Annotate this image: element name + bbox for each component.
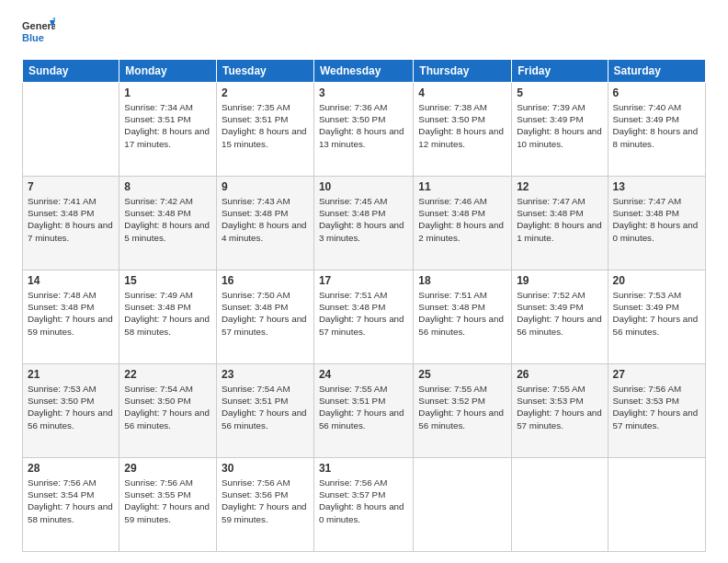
calendar-cell: 11Sunrise: 7:46 AMSunset: 3:48 PMDayligh… <box>414 177 512 270</box>
calendar-cell: 14Sunrise: 7:48 AMSunset: 3:48 PMDayligh… <box>23 270 119 364</box>
calendar-week-row: 21Sunrise: 7:53 AMSunset: 3:50 PMDayligh… <box>23 364 706 458</box>
day-info: Sunrise: 7:55 AMSunset: 3:52 PMDaylight:… <box>418 383 506 431</box>
calendar-cell <box>23 83 119 177</box>
header-tuesday: Tuesday <box>216 60 313 83</box>
day-number: 27 <box>613 368 700 381</box>
day-info: Sunrise: 7:47 AMSunset: 3:48 PMDaylight:… <box>613 195 700 244</box>
calendar-week-row: 28Sunrise: 7:56 AMSunset: 3:54 PMDayligh… <box>23 458 706 552</box>
day-number: 6 <box>613 86 700 99</box>
day-number: 31 <box>319 462 408 475</box>
day-number: 12 <box>517 180 602 193</box>
day-number: 23 <box>222 368 309 381</box>
calendar-cell: 27Sunrise: 7:56 AMSunset: 3:53 PMDayligh… <box>608 364 705 458</box>
calendar-cell: 12Sunrise: 7:47 AMSunset: 3:48 PMDayligh… <box>512 177 608 270</box>
calendar-cell: 4Sunrise: 7:38 AMSunset: 3:50 PMDaylight… <box>414 83 512 177</box>
logo-general-text: General <box>22 20 55 31</box>
calendar-header-row: SundayMondayTuesdayWednesdayThursdayFrid… <box>23 60 706 83</box>
day-number: 3 <box>319 86 408 99</box>
day-info: Sunrise: 7:53 AMSunset: 3:49 PMDaylight:… <box>613 289 700 338</box>
logo-blue-text: Blue <box>22 32 44 43</box>
calendar-cell: 25Sunrise: 7:55 AMSunset: 3:52 PMDayligh… <box>414 364 512 458</box>
page: General Blue SundayMondayTuesdayWednesda… <box>0 0 728 563</box>
calendar-cell: 31Sunrise: 7:56 AMSunset: 3:57 PMDayligh… <box>313 458 413 552</box>
calendar-cell: 19Sunrise: 7:52 AMSunset: 3:49 PMDayligh… <box>512 270 608 364</box>
calendar-cell: 1Sunrise: 7:34 AMSunset: 3:51 PMDaylight… <box>119 83 217 177</box>
calendar-cell: 17Sunrise: 7:51 AMSunset: 3:48 PMDayligh… <box>313 270 413 364</box>
calendar-cell: 2Sunrise: 7:35 AMSunset: 3:51 PMDaylight… <box>216 83 313 177</box>
day-number: 18 <box>418 274 506 287</box>
day-number: 13 <box>613 180 700 193</box>
calendar-cell <box>414 458 512 552</box>
logo-svg: General Blue <box>22 17 55 50</box>
calendar-cell: 3Sunrise: 7:36 AMSunset: 3:50 PMDaylight… <box>313 83 413 177</box>
header-wednesday: Wednesday <box>313 60 413 83</box>
day-number: 16 <box>222 274 309 287</box>
day-info: Sunrise: 7:50 AMSunset: 3:48 PMDaylight:… <box>222 289 309 338</box>
calendar-cell: 7Sunrise: 7:41 AMSunset: 3:48 PMDaylight… <box>23 177 119 270</box>
day-number: 28 <box>28 462 114 475</box>
day-info: Sunrise: 7:51 AMSunset: 3:48 PMDaylight:… <box>319 289 408 338</box>
day-info: Sunrise: 7:54 AMSunset: 3:50 PMDaylight:… <box>124 383 211 431</box>
day-info: Sunrise: 7:55 AMSunset: 3:53 PMDaylight:… <box>517 383 602 431</box>
calendar-table: SundayMondayTuesdayWednesdayThursdayFrid… <box>22 59 706 552</box>
header-saturday: Saturday <box>608 60 705 83</box>
day-info: Sunrise: 7:43 AMSunset: 3:48 PMDaylight:… <box>222 195 309 244</box>
calendar-cell: 30Sunrise: 7:56 AMSunset: 3:56 PMDayligh… <box>216 458 313 552</box>
header-monday: Monday <box>119 60 217 83</box>
day-info: Sunrise: 7:52 AMSunset: 3:49 PMDaylight:… <box>517 289 602 338</box>
day-info: Sunrise: 7:35 AMSunset: 3:51 PMDaylight:… <box>222 101 309 150</box>
day-number: 25 <box>418 368 506 381</box>
day-info: Sunrise: 7:34 AMSunset: 3:51 PMDaylight:… <box>124 101 211 150</box>
calendar-week-row: 1Sunrise: 7:34 AMSunset: 3:51 PMDaylight… <box>23 83 706 177</box>
header: General Blue <box>22 17 706 50</box>
header-sunday: Sunday <box>23 60 119 83</box>
calendar-cell: 29Sunrise: 7:56 AMSunset: 3:55 PMDayligh… <box>119 458 217 552</box>
calendar-cell: 9Sunrise: 7:43 AMSunset: 3:48 PMDaylight… <box>216 177 313 270</box>
day-info: Sunrise: 7:49 AMSunset: 3:48 PMDaylight:… <box>124 289 211 338</box>
day-number: 7 <box>28 180 114 193</box>
day-number: 21 <box>28 368 114 381</box>
day-info: Sunrise: 7:56 AMSunset: 3:54 PMDaylight:… <box>28 477 114 525</box>
day-info: Sunrise: 7:41 AMSunset: 3:48 PMDaylight:… <box>28 195 114 244</box>
calendar-cell: 23Sunrise: 7:54 AMSunset: 3:51 PMDayligh… <box>216 364 313 458</box>
calendar-cell: 15Sunrise: 7:49 AMSunset: 3:48 PMDayligh… <box>119 270 217 364</box>
calendar-cell: 13Sunrise: 7:47 AMSunset: 3:48 PMDayligh… <box>608 177 705 270</box>
day-number: 1 <box>124 86 211 99</box>
day-number: 15 <box>124 274 211 287</box>
calendar-cell: 8Sunrise: 7:42 AMSunset: 3:48 PMDaylight… <box>119 177 217 270</box>
calendar-cell: 10Sunrise: 7:45 AMSunset: 3:48 PMDayligh… <box>313 177 413 270</box>
calendar-cell <box>512 458 608 552</box>
day-number: 4 <box>418 86 506 99</box>
day-number: 24 <box>319 368 408 381</box>
day-info: Sunrise: 7:45 AMSunset: 3:48 PMDaylight:… <box>319 195 408 244</box>
calendar-cell: 24Sunrise: 7:55 AMSunset: 3:51 PMDayligh… <box>313 364 413 458</box>
day-number: 22 <box>124 368 211 381</box>
day-number: 9 <box>222 180 309 193</box>
day-number: 26 <box>517 368 602 381</box>
header-friday: Friday <box>512 60 608 83</box>
calendar-cell: 22Sunrise: 7:54 AMSunset: 3:50 PMDayligh… <box>119 364 217 458</box>
calendar-cell: 20Sunrise: 7:53 AMSunset: 3:49 PMDayligh… <box>608 270 705 364</box>
day-info: Sunrise: 7:47 AMSunset: 3:48 PMDaylight:… <box>517 195 602 244</box>
day-number: 30 <box>222 462 309 475</box>
day-number: 2 <box>222 86 309 99</box>
day-number: 29 <box>124 462 211 475</box>
day-number: 10 <box>319 180 408 193</box>
calendar-cell: 28Sunrise: 7:56 AMSunset: 3:54 PMDayligh… <box>23 458 119 552</box>
day-number: 14 <box>28 274 114 287</box>
day-info: Sunrise: 7:51 AMSunset: 3:48 PMDaylight:… <box>418 289 506 338</box>
calendar-cell: 5Sunrise: 7:39 AMSunset: 3:49 PMDaylight… <box>512 83 608 177</box>
calendar-cell: 21Sunrise: 7:53 AMSunset: 3:50 PMDayligh… <box>23 364 119 458</box>
day-info: Sunrise: 7:40 AMSunset: 3:49 PMDaylight:… <box>613 101 700 150</box>
day-info: Sunrise: 7:36 AMSunset: 3:50 PMDaylight:… <box>319 101 408 150</box>
day-number: 17 <box>319 274 408 287</box>
day-number: 20 <box>613 274 700 287</box>
day-info: Sunrise: 7:53 AMSunset: 3:50 PMDaylight:… <box>28 383 114 431</box>
day-number: 5 <box>517 86 602 99</box>
calendar-cell: 6Sunrise: 7:40 AMSunset: 3:49 PMDaylight… <box>608 83 705 177</box>
day-info: Sunrise: 7:56 AMSunset: 3:56 PMDaylight:… <box>222 477 309 525</box>
day-info: Sunrise: 7:39 AMSunset: 3:49 PMDaylight:… <box>517 101 602 150</box>
day-info: Sunrise: 7:38 AMSunset: 3:50 PMDaylight:… <box>418 101 506 150</box>
day-info: Sunrise: 7:56 AMSunset: 3:57 PMDaylight:… <box>319 477 408 525</box>
day-info: Sunrise: 7:56 AMSunset: 3:53 PMDaylight:… <box>613 383 700 431</box>
